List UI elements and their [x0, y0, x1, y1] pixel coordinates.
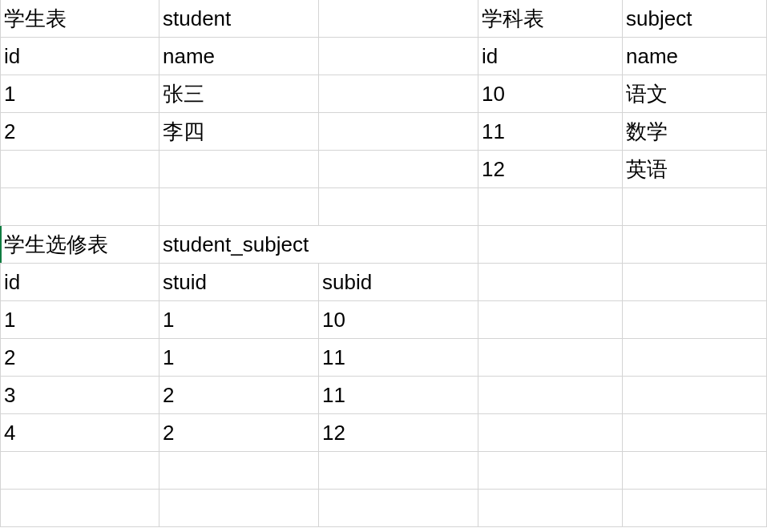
cell-subject-row3-id[interactable]: 12: [478, 151, 623, 188]
cell-ss-row4-subid[interactable]: 12: [319, 414, 478, 452]
cell-empty[interactable]: [319, 113, 478, 151]
cell-empty[interactable]: [159, 490, 319, 527]
cell-ss-row1-stuid[interactable]: 1: [159, 301, 319, 339]
cell-student-subject-title-en[interactable]: student_subject: [159, 226, 478, 264]
cell-student-col-name[interactable]: name: [159, 38, 319, 75]
cell-empty[interactable]: [0, 188, 159, 226]
cell-student-row1-id[interactable]: 1: [0, 75, 159, 113]
cell-ss-row1-id[interactable]: 1: [0, 301, 159, 339]
cell-empty[interactable]: [319, 0, 478, 38]
cell-student-row2-id[interactable]: 2: [0, 113, 159, 151]
spreadsheet-grid: 学生表 student 学科表 subject id name id name …: [0, 0, 767, 527]
cell-subject-table-title-en[interactable]: subject: [623, 0, 767, 38]
cell-subject-table-title-cn[interactable]: 学科表: [478, 0, 623, 38]
cell-ss-row2-subid[interactable]: 11: [319, 339, 478, 377]
cell-empty[interactable]: [478, 452, 623, 490]
cell-empty[interactable]: [478, 339, 623, 377]
cell-ss-row2-id[interactable]: 2: [0, 339, 159, 377]
cell-ss-row4-id[interactable]: 4: [0, 414, 159, 452]
cell-empty[interactable]: [319, 188, 478, 226]
cell-student-subject-title-cn[interactable]: 学生选修表: [0, 226, 159, 264]
cell-empty[interactable]: [623, 414, 767, 452]
cell-student-table-title-en[interactable]: student: [159, 0, 319, 38]
cell-student-table-title-cn[interactable]: 学生表: [0, 0, 159, 38]
cell-ss-row1-subid[interactable]: 10: [319, 301, 478, 339]
cell-empty[interactable]: [623, 301, 767, 339]
cell-empty[interactable]: [159, 188, 319, 226]
cell-ss-col-id[interactable]: id: [0, 264, 159, 301]
cell-empty[interactable]: [0, 452, 159, 490]
cell-empty[interactable]: [159, 452, 319, 490]
cell-student-row2-name[interactable]: 李四: [159, 113, 319, 151]
cell-subject-row1-id[interactable]: 10: [478, 75, 623, 113]
cell-empty[interactable]: [319, 151, 478, 188]
cell-empty[interactable]: [478, 377, 623, 414]
cell-subject-row2-id[interactable]: 11: [478, 113, 623, 151]
cell-empty[interactable]: [478, 264, 623, 301]
cell-empty[interactable]: [623, 226, 767, 264]
cell-ss-col-stuid[interactable]: stuid: [159, 264, 319, 301]
cell-empty[interactable]: [478, 490, 623, 527]
cell-empty[interactable]: [623, 452, 767, 490]
cell-ss-row3-stuid[interactable]: 2: [159, 377, 319, 414]
cell-empty[interactable]: [0, 490, 159, 527]
cell-subject-col-id[interactable]: id: [478, 38, 623, 75]
cell-subject-row2-name[interactable]: 数学: [623, 113, 767, 151]
cell-empty[interactable]: [478, 414, 623, 452]
cell-empty[interactable]: [319, 38, 478, 75]
cell-empty[interactable]: [319, 75, 478, 113]
cell-ss-row3-id[interactable]: 3: [0, 377, 159, 414]
cell-subject-row1-name[interactable]: 语文: [623, 75, 767, 113]
cell-empty[interactable]: [478, 301, 623, 339]
cell-empty[interactable]: [623, 264, 767, 301]
cell-empty[interactable]: [159, 151, 319, 188]
cell-subject-row3-name[interactable]: 英语: [623, 151, 767, 188]
cell-empty[interactable]: [623, 490, 767, 527]
cell-ss-row4-stuid[interactable]: 2: [159, 414, 319, 452]
cell-empty[interactable]: [623, 339, 767, 377]
cell-ss-row3-subid[interactable]: 11: [319, 377, 478, 414]
cell-empty[interactable]: [0, 151, 159, 188]
cell-empty[interactable]: [623, 377, 767, 414]
cell-empty[interactable]: [319, 452, 478, 490]
cell-empty[interactable]: [623, 188, 767, 226]
cell-ss-col-subid[interactable]: subid: [319, 264, 478, 301]
cell-empty[interactable]: [478, 188, 623, 226]
cell-empty[interactable]: [319, 490, 478, 527]
cell-student-row1-name[interactable]: 张三: [159, 75, 319, 113]
cell-ss-row2-stuid[interactable]: 1: [159, 339, 319, 377]
cell-empty[interactable]: [478, 226, 623, 264]
cell-subject-col-name[interactable]: name: [623, 38, 767, 75]
cell-student-col-id[interactable]: id: [0, 38, 159, 75]
